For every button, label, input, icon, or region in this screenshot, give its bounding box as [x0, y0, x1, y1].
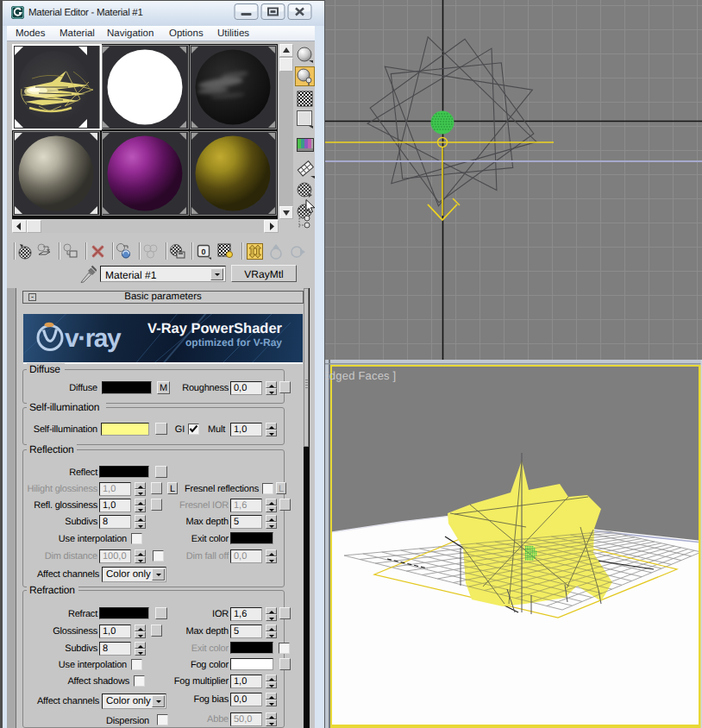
- svg-text:v·ray: v·ray: [65, 324, 122, 353]
- svg-text:0: 0: [201, 248, 205, 256]
- svg-text:V-Ray PowerShader: V-Ray PowerShader: [147, 321, 282, 336]
- svg-text:optimized for V-Ray: optimized for V-Ray: [185, 336, 282, 348]
